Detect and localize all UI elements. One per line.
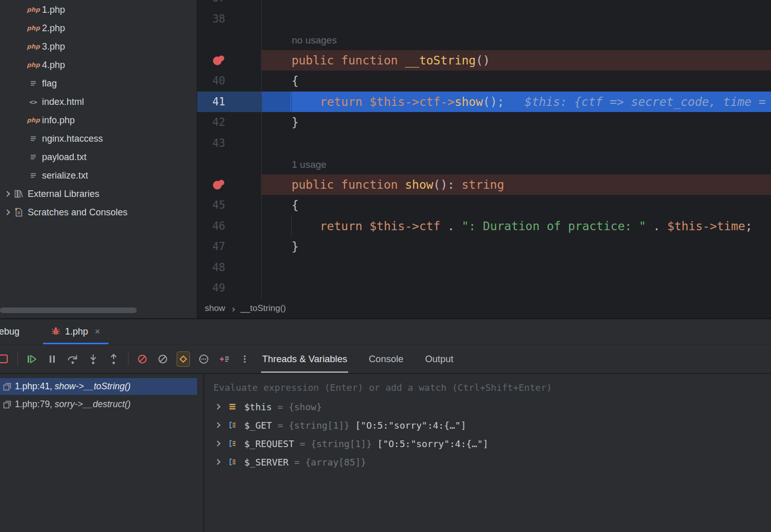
close-icon[interactable]: × (95, 326, 100, 337)
code-line: return $this->ctf->show();$this: {ctf =>… (261, 92, 771, 113)
variable-row[interactable]: $_SERVER = {array[85]} (204, 453, 771, 471)
gutter-cell[interactable] (197, 174, 261, 195)
tree-item-external-libraries[interactable]: External Libraries (0, 185, 197, 203)
tree-item-3-php[interactable]: php3.php (0, 37, 197, 56)
horizontal-scrollbar[interactable] (0, 307, 137, 313)
gutter-cell[interactable] (197, 50, 261, 71)
tool-window-title: Debug (0, 319, 19, 344)
chevron-right-icon[interactable] (2, 210, 12, 214)
object-icon (226, 403, 239, 411)
chevron-right-icon[interactable] (2, 192, 12, 196)
usages-inlay-hint[interactable]: no usages (292, 35, 337, 46)
step-over-button[interactable] (66, 351, 79, 367)
php-file-icon: php (27, 25, 40, 32)
evaluate-expression-input[interactable]: Evaluate expression (Enter) or add a wat… (204, 377, 771, 397)
tree-item-label: serialize.txt (42, 170, 88, 181)
evaluate-button[interactable] (197, 351, 210, 367)
mute-breakpoints-button[interactable] (136, 351, 149, 367)
stop-button[interactable] (0, 351, 10, 367)
chevron-right-icon[interactable] (213, 441, 226, 446)
variables-panel: Evaluate expression (Enter) or add a wat… (204, 374, 771, 532)
tree-item-info-php[interactable]: phpinfo.php (0, 111, 197, 129)
pause-button[interactable] (46, 351, 59, 367)
debug-panel: Debug 1.php × Threads & Variables Consol… (0, 318, 771, 532)
toggle-breakpoints-button[interactable] (156, 351, 169, 367)
frame-location: 1.php:79, (15, 399, 55, 410)
array-icon (226, 458, 239, 466)
variable-value: ["O:5:"sorry":4:{…"] (355, 420, 466, 431)
bug-icon (51, 326, 60, 338)
tree-item-serialize-txt[interactable]: serialize.txt (0, 166, 197, 185)
code-line: } (261, 236, 771, 257)
gutter-cell: 37 (197, 0, 261, 9)
tree-item-flag[interactable]: flag (0, 74, 197, 93)
editor-line: 37 (197, 0, 771, 9)
php-file-icon: php (27, 43, 40, 50)
tree-item-label: info.php (42, 115, 75, 126)
editor-line: 38 (197, 9, 771, 30)
add-watch-button[interactable] (218, 351, 231, 367)
debug-session-tab[interactable]: 1.php × (43, 319, 109, 344)
code-token: $this->ctf (370, 219, 440, 233)
resume-button[interactable] (25, 351, 38, 367)
chevron-right-icon[interactable] (213, 405, 226, 409)
tab-threads-variables[interactable]: Threads & Variables (261, 345, 348, 373)
code-token: $this->ctf-> (370, 95, 455, 108)
breadcrumb-item-show[interactable]: show (205, 303, 225, 314)
breakpoint-icon[interactable] (212, 54, 225, 66)
tree-item-label: 4.php (42, 60, 65, 71)
tree-item-2-php[interactable]: php2.php (0, 19, 197, 37)
frame-row[interactable]: 1.php:79, sorry->__destruct() (0, 396, 197, 413)
variable-value: ["O:5:"sorry":4:{…"] (377, 438, 488, 449)
variable-row[interactable]: $_REQUEST = {string[1]} ["O:5:"sorry":4:… (204, 434, 771, 453)
code-token: { (263, 198, 298, 212)
tree-item-scratches-and-consoles[interactable]: Scratches and Consoles (0, 203, 197, 221)
breakpoint-icon[interactable] (212, 179, 225, 191)
editor-line: 49 (197, 278, 771, 299)
debug-header: Debug 1.php × (0, 319, 771, 345)
frame-method: sorry->__destruct() (55, 399, 131, 410)
variable-row[interactable]: $this = {show} (204, 397, 771, 416)
code-token: public function (263, 54, 405, 67)
view-tabs: Threads & Variables Console Output (261, 345, 455, 373)
gutter-cell (197, 153, 261, 174)
tree-item-label: index.html (42, 97, 84, 107)
code-line: } (261, 112, 771, 133)
step-into-button[interactable] (87, 351, 100, 367)
tab-console[interactable]: Console (368, 345, 404, 373)
gutter-divider (261, 0, 262, 299)
tree-item-nginx-htaccess[interactable]: nginx.htaccess (0, 129, 197, 148)
gutter-cell: 49 (197, 278, 261, 299)
code-line: public function __toString() (261, 50, 771, 71)
frame-row[interactable]: 1.php:41, show->__toString() (0, 378, 197, 395)
chevron-right-icon[interactable] (213, 423, 226, 427)
tree-item-1-php[interactable]: php1.php (0, 1, 197, 19)
tree-item-index-html[interactable]: <>index.html (0, 93, 197, 111)
chevron-right-icon[interactable] (213, 460, 226, 464)
variable-name: $_REQUEST (244, 438, 294, 449)
variable-name: $_SERVER (244, 457, 289, 468)
usages-inlay-hint[interactable]: 1 usage (292, 159, 327, 170)
variable-row[interactable]: $_GET = {string[1]} ["O:5:"sorry":4:{…"] (204, 416, 771, 434)
code-token: (); (483, 95, 504, 108)
tree-item-label: Scratches and Consoles (28, 207, 127, 218)
session-tab-label: 1.php (65, 326, 88, 337)
code-token: return (263, 95, 370, 108)
chevron-right-icon (231, 303, 234, 314)
more-options-button[interactable] (238, 351, 251, 367)
code-token: $this->time (667, 219, 745, 233)
breadcrumb-item-tostring[interactable]: __toString() (241, 303, 286, 314)
tab-output[interactable]: Output (424, 345, 455, 373)
gutter-cell: 46 (197, 216, 261, 237)
step-out-button[interactable] (107, 351, 120, 367)
code-line (261, 257, 771, 278)
tree-item-4-php[interactable]: php4.php (0, 56, 197, 74)
frames-icon (1, 401, 13, 409)
code-token: show (405, 178, 433, 191)
code-token: (): (433, 178, 461, 191)
editor-line: public function __toString() (197, 50, 771, 71)
code-line (261, 9, 771, 30)
xdebug-toggle-button[interactable] (177, 351, 190, 367)
debug-toolbar: Threads & Variables Console Output (0, 345, 771, 374)
tree-item-payload-txt[interactable]: payload.txt (0, 148, 197, 166)
